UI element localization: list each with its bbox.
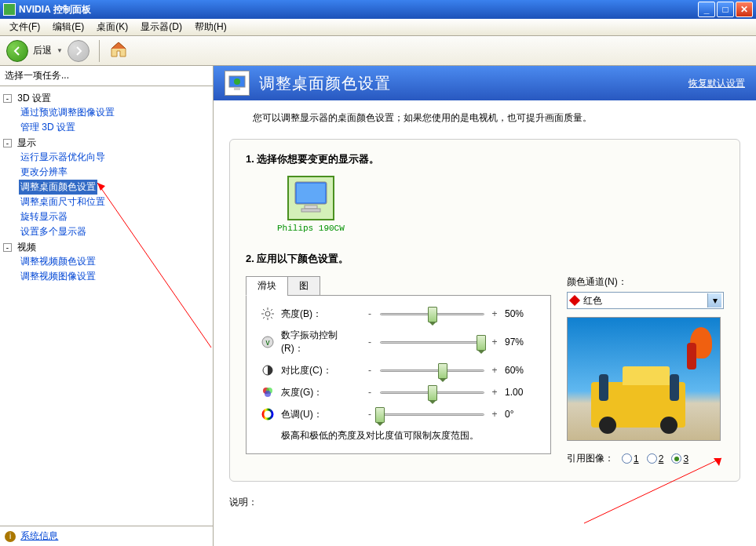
toolbar: 后退 ▼ — [0, 36, 756, 66]
brightness-icon — [261, 307, 275, 321]
titlebar: NVIDIA 控制面板 _ □ ✕ — [0, 0, 756, 19]
annotation-arrow-icon — [584, 457, 725, 527]
back-button[interactable] — [6, 40, 28, 62]
channel-label: 颜色通道(N)： — [567, 275, 724, 289]
system-info-link[interactable]: 系统信息 — [20, 530, 58, 541]
gamma-slider[interactable] — [380, 385, 484, 399]
contrast-icon — [261, 363, 275, 377]
arrow-left-icon — [12, 46, 23, 56]
step2-label: 2. 应用以下颜色设置。 — [246, 252, 724, 266]
menu-file[interactable]: 文件(F) — [3, 19, 46, 35]
back-label: 后退 — [33, 44, 52, 57]
gamma-value: 1.00 — [505, 387, 536, 398]
vibrance-slider[interactable] — [380, 335, 484, 349]
contrast-label: 对比度(C)： — [281, 364, 360, 377]
gamma-label: 灰度(G)： — [281, 386, 360, 399]
app-icon — [3, 3, 16, 16]
step1-label: 1. 选择你想要变更的显示器。 — [246, 152, 724, 166]
hue-slider[interactable] — [380, 407, 484, 421]
svg-line-16 — [263, 317, 265, 318]
monitor-name: Philips 190CW — [277, 224, 345, 233]
plus-icon: + — [491, 308, 499, 319]
close-button[interactable]: ✕ — [736, 2, 753, 17]
tree-link-rotate[interactable]: 旋转显示器 — [19, 209, 69, 224]
settings-panel: 1. 选择你想要变更的显示器。 Philips 190CW 2. 应用以下颜色设… — [229, 139, 740, 482]
tree-link-adjust-size[interactable]: 调整桌面尺寸和位置 — [19, 195, 107, 209]
vibrance-icon: v — [261, 335, 275, 349]
window-title: NVIDIA 控制面板 — [19, 3, 698, 16]
monitor-icon — [292, 180, 330, 213]
brightness-label: 亮度(B)： — [281, 308, 360, 321]
maximize-button[interactable]: □ — [717, 2, 734, 17]
monitor-option[interactable]: Philips 190CW — [277, 176, 345, 233]
color-channel-select[interactable]: 红色 ▾ — [567, 292, 724, 309]
menubar: 文件(F) 编辑(E) 桌面(K) 显示器(D) 帮助(H) — [0, 19, 756, 36]
tree-link-change-resolution[interactable]: 更改分辨率 — [19, 165, 69, 180]
contrast-slider[interactable] — [380, 363, 484, 377]
hue-label: 色调(U)： — [281, 408, 360, 421]
sliders-panel: 亮度(B)： - + 50% v 数字振动控制(R)： - — [246, 295, 551, 454]
menu-help[interactable]: 帮助(H) — [188, 19, 233, 35]
tab-sliders[interactable]: 滑块 — [246, 276, 288, 296]
tree-toggle-display[interactable]: - — [3, 139, 12, 147]
sidebar-title: 选择一项任务... — [0, 66, 213, 86]
vibrance-label: 数字振动控制(R)： — [281, 329, 360, 355]
page-description: 您可以调整显示器的桌面颜色设置；如果您使用的是电视机，也可提升画面质量。 — [253, 111, 740, 125]
tree-toggle-video[interactable]: - — [3, 243, 12, 252]
tree-link-video-color[interactable]: 调整视频颜色设置 — [19, 254, 97, 269]
hue-value: 0° — [505, 409, 536, 420]
info-icon: i — [5, 531, 16, 542]
tree-toggle-3d[interactable]: - — [3, 94, 12, 103]
svg-point-9 — [265, 311, 270, 316]
svg-point-3 — [234, 78, 240, 85]
svg-rect-4 — [234, 88, 240, 90]
restore-defaults-link[interactable]: 恢复默认设置 — [688, 77, 745, 90]
tree-link-adjust-color[interactable]: 调整桌面颜色设置 — [19, 180, 97, 195]
tree-group-3d: 3D 设置 — [17, 93, 51, 104]
minus-icon: - — [366, 308, 374, 319]
tree-group-video: 视频 — [17, 242, 36, 253]
svg-text:v: v — [266, 338, 270, 347]
svg-line-15 — [271, 317, 272, 318]
menu-display[interactable]: 显示器(D) — [134, 19, 188, 35]
slider-note: 极高和极低的亮度及对比度值可限制灰度范围。 — [281, 429, 536, 442]
minus-icon: - — [366, 387, 374, 398]
ref-image-3[interactable]: 3 — [671, 453, 688, 464]
plus-icon: + — [491, 409, 499, 420]
chevron-down-icon: ▾ — [707, 293, 721, 308]
back-dropdown-icon[interactable]: ▼ — [57, 47, 63, 54]
home-button[interactable] — [109, 40, 128, 61]
minus-icon: - — [366, 409, 374, 420]
plus-icon: + — [491, 365, 499, 376]
plus-icon: + — [491, 337, 499, 348]
svg-rect-6 — [297, 184, 325, 202]
svg-marker-26 — [714, 458, 721, 466]
tree-link-multi-display[interactable]: 设置多个显示器 — [19, 224, 88, 239]
vibrance-value: 97% — [505, 337, 536, 348]
tree-link-preview-3d[interactable]: 通过预览调整图像设置 — [19, 105, 116, 120]
tree-link-optimize-wizard[interactable]: 运行显示器优化向导 — [19, 150, 107, 165]
description-label: 说明： — [229, 496, 740, 509]
content: 调整桌面颜色设置 恢复默认设置 您可以调整显示器的桌面颜色设置；如果您使用的是电… — [214, 66, 756, 546]
arrow-right-icon — [73, 46, 84, 56]
svg-point-24 — [263, 410, 272, 419]
ref-image-1[interactable]: 1 — [622, 453, 639, 464]
minimize-button[interactable]: _ — [698, 2, 715, 17]
brightness-slider[interactable] — [380, 307, 484, 321]
red-diamond-icon — [569, 295, 580, 306]
menu-edit[interactable]: 编辑(E) — [46, 19, 90, 35]
tree-link-video-image[interactable]: 调整视频图像设置 — [19, 269, 97, 284]
plus-icon: + — [491, 387, 499, 398]
ref-image-2[interactable]: 2 — [647, 453, 664, 464]
channel-value: 红色 — [583, 294, 602, 308]
menu-desktop[interactable]: 桌面(K) — [90, 19, 134, 35]
tree-link-manage-3d[interactable]: 管理 3D 设置 — [19, 120, 77, 135]
minus-icon: - — [366, 365, 374, 376]
brightness-value: 50% — [505, 308, 536, 319]
svg-point-23 — [265, 391, 271, 397]
content-header: 调整桌面颜色设置 恢复默认设置 — [214, 66, 756, 100]
tab-chart[interactable]: 图 — [287, 276, 320, 296]
preview-image — [567, 317, 721, 441]
contrast-value: 60% — [505, 365, 536, 376]
page-icon — [225, 71, 250, 96]
